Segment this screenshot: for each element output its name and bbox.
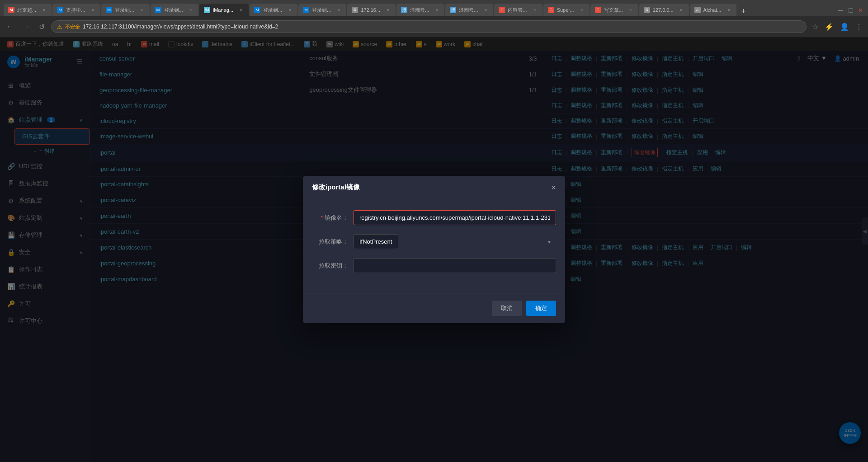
bookmark-star-button[interactable]: ☆ <box>810 21 820 33</box>
dialog-close-button[interactable]: × <box>551 184 556 192</box>
image-name-field-row: 镜像名： <box>312 210 556 225</box>
tab-10[interactable]: 浪 浪潮云... × <box>445 4 493 16</box>
tab-5-active[interactable]: iM iManag... × <box>199 4 249 16</box>
settings-button[interactable]: ⋮ <box>854 21 864 33</box>
tab-close-5[interactable]: × <box>238 7 244 13</box>
tab-close-7[interactable]: × <box>335 7 342 13</box>
tab-6[interactable]: M 登录到... × <box>250 4 297 16</box>
security-icon: ⚠ <box>57 24 62 30</box>
tab-close-4[interactable]: × <box>188 7 194 13</box>
new-tab-button[interactable]: + <box>737 7 750 16</box>
tab-close-12[interactable]: × <box>579 7 585 13</box>
tab-14[interactable]: ⚙ 127.0.0... × <box>639 4 689 16</box>
security-label: 不安全 <box>65 24 80 30</box>
tab-close-8[interactable]: × <box>385 7 391 13</box>
pull-policy-field-row: 拉取策略： IfNotPresent Always Never <box>312 234 556 249</box>
maximize-button[interactable]: □ <box>847 5 855 16</box>
tab-close-2[interactable]: × <box>90 7 96 13</box>
tab-2[interactable]: M 支持中... × <box>52 4 100 16</box>
nav-actions: ☆ ⚡ 👤 ⋮ <box>810 21 864 33</box>
tab-close-13[interactable]: × <box>627 7 634 13</box>
tab-15[interactable]: A Alchat... × <box>690 4 737 16</box>
tab-bar: M 北京超... × M 支持中... × M 登录到... × M 登录到..… <box>0 0 868 16</box>
extensions-button[interactable]: ⚡ <box>823 21 835 33</box>
pull-policy-select-wrap: IfNotPresent Always Never <box>354 234 556 249</box>
dialog-overlay[interactable]: 修改iportal镜像 × 镜像名： 拉取策略： IfNotPresent Al… <box>0 37 868 462</box>
dialog-confirm-button[interactable]: 确定 <box>526 301 556 316</box>
pull-secret-label: 拉取密钥： <box>312 262 348 270</box>
pull-policy-select[interactable]: IfNotPresent Always Never <box>354 234 398 249</box>
back-button[interactable]: ← <box>4 21 16 33</box>
image-name-input[interactable] <box>354 210 556 225</box>
tab-close-9[interactable]: × <box>434 7 440 13</box>
pull-secret-field-row: 拉取密钥： <box>312 258 556 273</box>
dialog-cancel-button[interactable]: 取消 <box>492 301 522 316</box>
tab-close-11[interactable]: × <box>532 7 538 13</box>
tab-12[interactable]: C Super... × <box>543 4 590 16</box>
tab-11[interactable]: C 内容管... × <box>494 4 542 16</box>
dialog-body: 镜像名： 拉取策略： IfNotPresent Always Never 拉取密… <box>303 199 565 293</box>
tab-close-6[interactable]: × <box>287 7 293 13</box>
tab-close-1[interactable]: × <box>41 7 47 13</box>
tab-4[interactable]: M 登录到... × <box>151 4 198 16</box>
dialog-footer: 取消 确定 <box>303 293 565 323</box>
tab-3[interactable]: M 登录到... × <box>101 4 149 16</box>
close-window-button[interactable]: × <box>857 5 864 16</box>
image-name-label: 镜像名： <box>312 214 348 222</box>
dialog-header: 修改iportal镜像 × <box>303 176 565 199</box>
tab-9[interactable]: 浪 浪潮云... × <box>396 4 444 16</box>
browser-chrome: M 北京超... × M 支持中... × M 登录到... × M 登录到..… <box>0 0 868 37</box>
nav-bar: ← → ↺ ⚠ 不安全 172.16.12.117:31100/imanager… <box>0 16 868 37</box>
pull-policy-label: 拉取策略： <box>312 238 348 246</box>
tab-close-3[interactable]: × <box>139 7 145 13</box>
tab-1[interactable]: M 北京超... × <box>4 4 52 16</box>
tab-13[interactable]: C 写文章... × <box>590 4 638 16</box>
address-text: 172.16.12.117:31100/imanager/views/appse… <box>83 24 278 30</box>
tab-close-10[interactable]: × <box>482 7 489 13</box>
tab-close-15[interactable]: × <box>726 7 732 13</box>
tab-7[interactable]: M 登录到... × <box>298 4 346 16</box>
address-bar[interactable]: ⚠ 不安全 172.16.12.117:31100/imanager/views… <box>51 20 807 33</box>
pull-secret-input[interactable] <box>354 258 556 273</box>
modify-image-dialog: 修改iportal镜像 × 镜像名： 拉取策略： IfNotPresent Al… <box>303 176 565 323</box>
forward-button[interactable]: → <box>20 21 33 33</box>
profile-button[interactable]: 👤 <box>838 21 851 33</box>
reload-button[interactable]: ↺ <box>36 21 47 33</box>
tab-close-14[interactable]: × <box>678 7 684 13</box>
tab-8[interactable]: ⚙ 172.16... × <box>347 4 396 16</box>
minimize-button[interactable]: ─ <box>836 5 845 16</box>
dialog-title: 修改iportal镜像 <box>312 183 360 192</box>
